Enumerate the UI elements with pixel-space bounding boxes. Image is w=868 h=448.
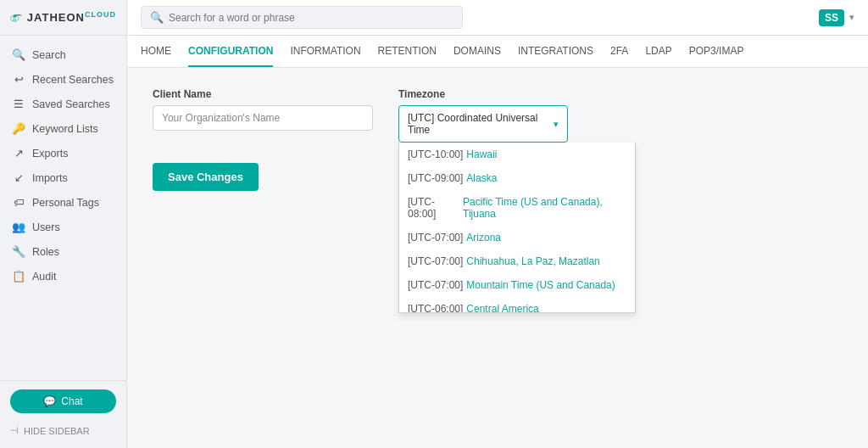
sidebar-item-saved-searches[interactable]: ☰Saved Searches [0, 92, 126, 116]
search-input[interactable] [169, 12, 453, 24]
user-badge: SS [819, 9, 844, 26]
form-row: Client Name Timezone [UTC] Coordinated U… [153, 88, 843, 143]
main-content: 🔍 SS ▾ HOMECONFIGURATIONINFORMATIONRETEN… [127, 0, 868, 448]
hide-sidebar-label: HIDE SIDEBAR [24, 426, 90, 436]
roles-icon: 🔧 [12, 245, 25, 258]
client-name-input[interactable] [153, 105, 373, 131]
exports-icon: ↗ [12, 147, 25, 160]
sidebar-item-imports[interactable]: ↙Imports [0, 165, 126, 190]
timezone-option[interactable]: [UTC-07:00] Chihuahua, La Paz, Mazatlan [399, 249, 635, 273]
timezone-dropdown: [UTC-10:00] Hawaii[UTC-09:00] Alaska[UTC… [398, 143, 636, 313]
search-icon: 🔍 [12, 48, 25, 61]
keyword-lists-icon: 🔑 [12, 122, 25, 135]
sidebar-item-label: Imports [32, 172, 68, 184]
chat-icon: 💬 [43, 395, 56, 407]
timezone-label: Timezone [398, 88, 568, 100]
save-changes-button[interactable]: Save Changes [153, 163, 259, 191]
tab-domains[interactable]: DOMAINS [453, 36, 501, 67]
chat-label: Chat [61, 395, 82, 407]
tab-configuration[interactable]: CONFIGURATION [188, 36, 273, 67]
tab-home[interactable]: HOME [141, 36, 171, 67]
topbar-right: SS ▾ [819, 9, 854, 26]
page-content: Client Name Timezone [UTC] Coordinated U… [127, 68, 868, 448]
nav-tabs: HOMECONFIGURATIONINFORMATIONRETENTIONDOM… [127, 36, 868, 68]
client-name-group: Client Name [153, 88, 373, 131]
timezone-group: Timezone [UTC] Coordinated Universal Tim… [398, 88, 568, 143]
sidebar-item-label: Recent Searches [32, 74, 114, 86]
search-box[interactable]: 🔍 [141, 6, 463, 29]
sidebar-item-label: Keyword Lists [32, 123, 98, 135]
sidebar-item-keyword-lists[interactable]: 🔑Keyword Lists [0, 116, 126, 141]
timezone-option[interactable]: [UTC-07:00] Mountain Time (US and Canada… [399, 273, 635, 297]
sidebar-item-label: Exports [32, 148, 68, 160]
hide-sidebar-icon: ⊣ [10, 425, 19, 436]
sidebar-item-label: Audit [32, 271, 57, 283]
sidebar-nav: 🔍Search↩Recent Searches☰Saved Searches🔑K… [0, 36, 126, 380]
tab-integrations[interactable]: INTEGRATIONS [518, 36, 593, 67]
users-icon: 👥 [12, 221, 25, 233]
chevron-down-icon[interactable]: ▾ [849, 12, 854, 23]
imports-icon: ↙ [12, 171, 25, 184]
sidebar-item-label: Saved Searches [32, 98, 110, 110]
timezone-select-wrapper: [UTC] Coordinated Universal Time ▾ [UTC-… [398, 105, 568, 143]
hide-sidebar-button[interactable]: ⊣ HIDE SIDEBAR [10, 422, 116, 440]
timezone-option[interactable]: [UTC-08:00] Pacific Time (US and Canada)… [399, 190, 635, 226]
search-icon: 🔍 [150, 11, 164, 24]
sidebar-item-audit[interactable]: 📋Audit [0, 264, 126, 288]
tab-pop3imap[interactable]: POP3/IMAP [689, 36, 744, 67]
logo-text: JATHEON [27, 12, 85, 25]
timezone-options-list[interactable]: [UTC-10:00] Hawaii[UTC-09:00] Alaska[UTC… [399, 143, 635, 312]
sidebar-item-recent-searches[interactable]: ↩Recent Searches [0, 67, 126, 92]
saved-searches-icon: ☰ [12, 98, 25, 110]
sidebar-item-label: Search [32, 49, 66, 61]
sidebar-item-personal-tags[interactable]: 🏷Personal Tags [0, 190, 126, 215]
sidebar-footer: 💬 Chat ⊣ HIDE SIDEBAR [0, 380, 126, 448]
sidebar-item-users[interactable]: 👥Users [0, 215, 126, 239]
timezone-option[interactable]: [UTC-07:00] Arizona [399, 226, 635, 249]
timezone-selected-value: [UTC] Coordinated Universal Time [408, 112, 554, 136]
tab-2fa[interactable]: 2FA [610, 36, 628, 67]
chat-button[interactable]: 💬 Chat [10, 389, 116, 413]
logo: JATHEONCLOUD [0, 0, 126, 36]
sidebar-item-search[interactable]: 🔍Search [0, 42, 126, 67]
topbar: 🔍 SS ▾ [127, 0, 868, 36]
audit-icon: 📋 [12, 270, 25, 283]
chevron-down-icon: ▾ [554, 119, 559, 130]
sidebar: JATHEONCLOUD 🔍Search↩Recent Searches☰Sav… [0, 0, 127, 448]
timezone-option[interactable]: [UTC-09:00] Alaska [399, 166, 635, 190]
sidebar-item-label: Personal Tags [32, 197, 99, 209]
sidebar-item-label: Roles [32, 246, 59, 258]
client-name-label: Client Name [153, 88, 373, 100]
logo-cloud: CLOUD [85, 10, 116, 19]
tab-information[interactable]: INFORMATION [290, 36, 360, 67]
timezone-option[interactable]: [UTC-10:00] Hawaii [399, 143, 635, 166]
sidebar-item-roles[interactable]: 🔧Roles [0, 239, 126, 264]
timezone-select-button[interactable]: [UTC] Coordinated Universal Time ▾ [398, 105, 568, 143]
timezone-option[interactable]: [UTC-06:00] Central America [399, 297, 635, 312]
tab-retention[interactable]: RETENTION [378, 36, 437, 67]
svg-point-1 [18, 14, 19, 16]
sidebar-item-label: Users [32, 221, 60, 233]
recent-searches-icon: ↩ [12, 73, 25, 86]
personal-tags-icon: 🏷 [12, 196, 25, 209]
tab-ldap[interactable]: LDAP [645, 36, 671, 67]
sidebar-item-exports[interactable]: ↗Exports [0, 141, 126, 165]
